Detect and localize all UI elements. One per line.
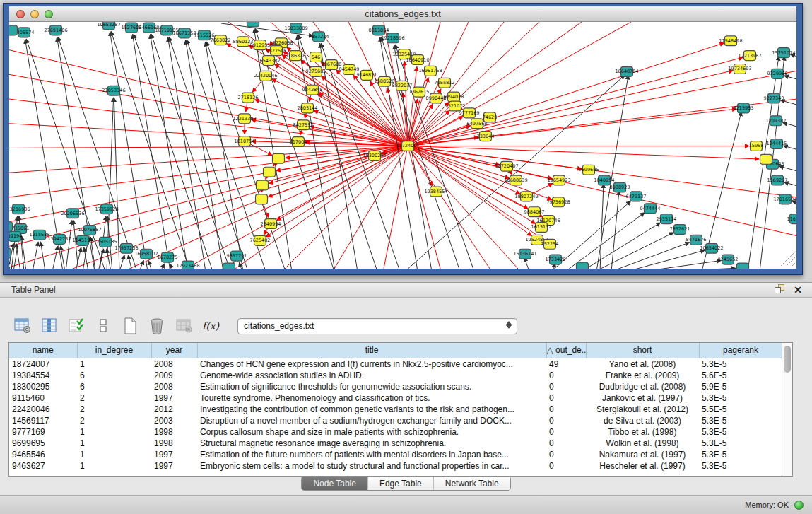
column-header-in-degree[interactable]: in_degree bbox=[77, 343, 151, 358]
table-row[interactable]: 2242004622012Investigating the contribut… bbox=[9, 404, 782, 415]
table-cell[interactable]: de Silva et al. (2003) bbox=[586, 415, 699, 426]
zoom-window-button[interactable] bbox=[45, 10, 53, 18]
table-cell[interactable]: 2008 bbox=[151, 381, 197, 392]
table-cell[interactable]: 2012 bbox=[151, 404, 197, 415]
table-cell[interactable]: 1998 bbox=[151, 426, 197, 438]
table-cell[interactable]: 1 bbox=[77, 449, 151, 460]
column-header-short[interactable]: short bbox=[586, 343, 699, 358]
row-selection-checks-icon[interactable] bbox=[66, 316, 86, 336]
table-select-dropdown[interactable]: citations_edges.txt bbox=[237, 318, 517, 334]
table-row[interactable]: 1872400712008Changes of HCN gene express… bbox=[9, 358, 782, 370]
column-header-pagerank[interactable]: pagerank bbox=[699, 343, 782, 358]
column-header-title[interactable]: title bbox=[197, 343, 546, 358]
table-cell[interactable]: Nakamura et al. (1997) bbox=[586, 449, 699, 460]
table-cell[interactable]: 0 bbox=[546, 370, 586, 381]
table-cell[interactable]: Dudbridge et al. (2008) bbox=[586, 381, 699, 392]
table-cell[interactable]: 5.5E-5 bbox=[699, 404, 782, 415]
table-cell[interactable]: 5.3E-5 bbox=[699, 438, 782, 449]
table-cell[interactable]: 22420046 bbox=[9, 404, 77, 415]
table-row[interactable]: 969969511998Structural magnetic resonanc… bbox=[9, 438, 782, 449]
tab-node-table[interactable]: Node Table bbox=[302, 477, 368, 490]
table-cell[interactable]: 0 bbox=[546, 392, 586, 404]
column-header-year[interactable]: year bbox=[151, 343, 197, 358]
table-cell[interactable]: 49 bbox=[546, 358, 586, 370]
table-cell[interactable]: 0 bbox=[546, 438, 586, 449]
table-cell[interactable]: 9463627 bbox=[9, 460, 77, 472]
network-window-titlebar[interactable]: citations_edges.txt bbox=[9, 6, 796, 22]
table-cell[interactable]: Yano et al. (2008) bbox=[586, 358, 699, 370]
table-cell[interactable]: Estimation of significance thresholds fo… bbox=[197, 381, 546, 392]
table-cell[interactable]: 9115460 bbox=[9, 392, 77, 404]
table-cell[interactable]: 1998 bbox=[151, 438, 197, 449]
table-cell[interactable]: 19384554 bbox=[9, 370, 77, 381]
tab-network-table[interactable]: Network Table bbox=[434, 477, 510, 490]
graph-node[interactable] bbox=[9, 248, 11, 258]
table-cell[interactable]: 2009 bbox=[151, 370, 197, 381]
table-row[interactable]: 1456911722003Disruption of a novel membe… bbox=[9, 415, 782, 426]
table-cell[interactable]: 9465546 bbox=[9, 449, 77, 460]
table-cell[interactable]: 0 bbox=[546, 381, 586, 392]
table-cell[interactable]: 2003 bbox=[151, 415, 197, 426]
table-cell[interactable]: 1997 bbox=[151, 449, 197, 460]
table-row[interactable]: 946362711997Embryonic stem cells: a mode… bbox=[9, 460, 782, 472]
table-cell[interactable]: Tourette syndrome. Phenomenology and cla… bbox=[197, 392, 546, 404]
graph-node[interactable] bbox=[760, 154, 772, 164]
delete-trash-icon[interactable] bbox=[147, 316, 167, 336]
minimize-window-button[interactable] bbox=[30, 10, 39, 18]
new-document-icon[interactable] bbox=[120, 316, 140, 336]
table-row[interactable]: 1830029562008Estimation of significance … bbox=[9, 381, 782, 392]
merge-tables-icon[interactable] bbox=[93, 316, 113, 336]
table-cell[interactable]: 1 bbox=[77, 438, 151, 449]
tab-edge-table[interactable]: Edge Table bbox=[368, 477, 434, 490]
table-cell[interactable]: Structural magnetic resonance image aver… bbox=[197, 438, 546, 449]
table-cell[interactable]: 18300295 bbox=[9, 381, 77, 392]
table-cell[interactable]: 0 bbox=[546, 460, 586, 472]
table-cell[interactable]: 2 bbox=[77, 392, 151, 404]
table-row[interactable]: 946554611997Estimation of the future num… bbox=[9, 449, 782, 460]
table-cell[interactable]: Changes of HCN gene expression and I(f) … bbox=[197, 358, 546, 370]
column-header-name[interactable]: name bbox=[9, 343, 77, 358]
table-cell[interactable]: 5.3E-5 bbox=[699, 460, 782, 472]
table-cell[interactable]: Wolkin et al. (1998) bbox=[586, 438, 699, 449]
table-cell[interactable]: Stergiakouli et al. (2012) bbox=[586, 404, 699, 415]
table-row[interactable]: 977716911998Corpus callosum shape and si… bbox=[9, 426, 782, 438]
attribute-table-gear-icon[interactable] bbox=[13, 316, 33, 336]
column-visibility-icon[interactable] bbox=[40, 316, 59, 336]
table-scrollbar[interactable] bbox=[782, 343, 792, 476]
table-cell[interactable]: 9777169 bbox=[9, 426, 77, 438]
table-row[interactable]: 911546021997Tourette syndrome. Phenomeno… bbox=[9, 392, 782, 404]
table-cell[interactable]: 2008 bbox=[151, 358, 197, 370]
table-cell[interactable]: 5.6E-5 bbox=[699, 370, 782, 381]
table-cell[interactable]: 14569117 bbox=[9, 415, 77, 426]
table-cell[interactable]: Corpus callosum shape and size in male p… bbox=[197, 426, 546, 438]
table-cell[interactable]: 6 bbox=[77, 381, 151, 392]
graph-node[interactable] bbox=[737, 263, 749, 269]
table-cell[interactable]: 1997 bbox=[151, 392, 197, 404]
table-cell[interactable]: 1997 bbox=[151, 460, 197, 472]
table-cell[interactable]: Jankovic et al. (1997) bbox=[586, 392, 699, 404]
table-cell[interactable]: 5.3E-5 bbox=[699, 358, 782, 370]
graph-node[interactable] bbox=[9, 222, 13, 232]
table-cell[interactable]: 2 bbox=[77, 415, 151, 426]
table-cell[interactable]: 5.3E-5 bbox=[699, 426, 782, 438]
table-cell[interactable]: 0 bbox=[546, 404, 586, 415]
table-cell[interactable]: 1 bbox=[77, 358, 151, 370]
table-cell[interactable]: Tibbo et al. (1998) bbox=[586, 426, 699, 438]
graph-node[interactable] bbox=[223, 263, 235, 269]
table-cell[interactable]: Estimation of the future numbers of pati… bbox=[197, 449, 546, 460]
table-cell[interactable]: Disruption of a novel member of a sodium… bbox=[197, 415, 546, 426]
close-window-button[interactable] bbox=[16, 10, 25, 18]
float-panel-icon[interactable] bbox=[775, 284, 785, 296]
table-cell[interactable]: 5.3E-5 bbox=[699, 392, 782, 404]
table-cell[interactable]: 1 bbox=[77, 426, 151, 438]
table-cell[interactable]: 5.3E-5 bbox=[699, 449, 782, 460]
table-cell[interactable]: 0 bbox=[546, 449, 586, 460]
close-panel-icon[interactable]: ✕ bbox=[794, 285, 802, 295]
table-cell[interactable]: Genome-wide association studies in ADHD. bbox=[197, 370, 546, 381]
table-cell[interactable]: 5.3E-5 bbox=[699, 415, 782, 426]
table-cell[interactable]: Embryonic stem cells: a model to study s… bbox=[197, 460, 546, 472]
graph-node[interactable] bbox=[247, 22, 259, 27]
memory-status-indicator[interactable] bbox=[794, 501, 804, 510]
network-canvas[interactable]: 9405574276914061065328715276026466160167… bbox=[9, 22, 796, 269]
graph-node[interactable] bbox=[264, 167, 276, 177]
